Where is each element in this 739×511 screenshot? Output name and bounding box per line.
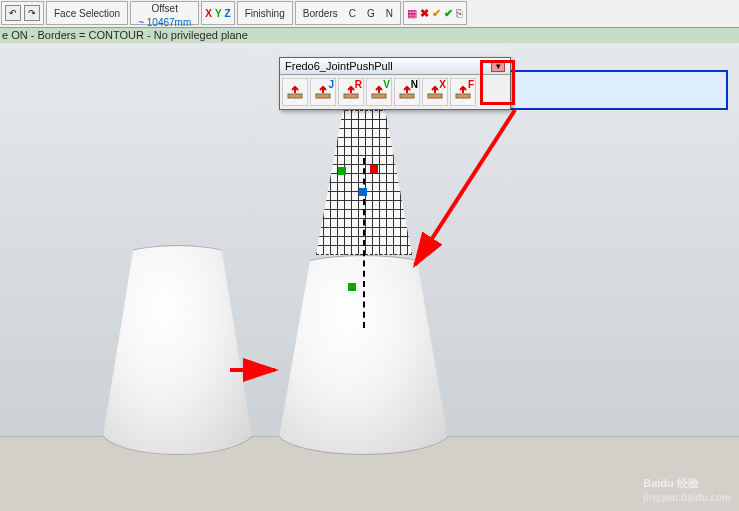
axis-guide-dashed xyxy=(363,158,365,328)
svg-line-8 xyxy=(415,110,515,265)
svg-rect-6 xyxy=(456,94,470,98)
tool-round[interactable]: R xyxy=(338,78,364,106)
exit-icon[interactable]: ⎘ xyxy=(456,7,463,19)
border-opt-c[interactable]: C xyxy=(345,8,360,19)
borders-group: Borders C G N xyxy=(295,1,401,25)
cone-object-left[interactable] xyxy=(100,245,255,455)
face-selection-group: Face Selection xyxy=(46,1,128,25)
svg-rect-5 xyxy=(428,94,442,98)
border-opt-g[interactable]: G xyxy=(363,8,379,19)
toolbar-title: Fredo6_JointPushPull xyxy=(285,60,393,72)
tool-letter: X xyxy=(439,79,446,90)
watermark-url: jingyan.baidu.com xyxy=(643,492,731,503)
redo-button[interactable]: ↷ xyxy=(24,5,40,21)
annotation-arrow-diagonal xyxy=(400,100,530,280)
border-opt-n[interactable]: N xyxy=(382,8,397,19)
status-bar: e ON - Borders = CONTOUR - No privileged… xyxy=(0,28,739,43)
axis-y[interactable]: Y xyxy=(215,8,222,19)
delete-icon[interactable]: ✖ xyxy=(420,7,429,20)
tool-letter: V xyxy=(383,79,390,90)
svg-rect-0 xyxy=(288,94,302,98)
check-orange-icon[interactable]: ✔ xyxy=(432,7,441,20)
toolbar-titlebar[interactable]: Fredo6_JointPushPull ▾ xyxy=(280,58,510,75)
handle-blue[interactable] xyxy=(359,188,367,196)
tool-classic[interactable] xyxy=(282,78,308,106)
tool-vector[interactable]: V xyxy=(366,78,392,106)
cube-icon[interactable]: ▦ xyxy=(407,7,417,20)
watermark: Baidu 经验 jingyan.baidu.com xyxy=(643,469,731,503)
face-selection-label: Face Selection xyxy=(50,8,124,19)
undo-button[interactable]: ↶ xyxy=(5,5,21,21)
offset-group: Offset ~ 10467mm xyxy=(130,1,199,25)
tool-letter: R xyxy=(355,79,362,90)
tool-letter: J xyxy=(328,79,334,90)
svg-rect-4 xyxy=(400,94,414,98)
handle-green-lower[interactable] xyxy=(348,283,356,291)
borders-label: Borders xyxy=(299,8,342,19)
offset-label: Offset xyxy=(147,3,182,14)
tool-joint[interactable]: J xyxy=(310,78,336,106)
tool-letter: N xyxy=(411,79,418,90)
handle-red[interactable] xyxy=(370,165,378,173)
svg-rect-2 xyxy=(344,94,358,98)
history-group: ↶ ↷ xyxy=(1,1,44,25)
tool-letter: F xyxy=(468,79,474,90)
axis-z[interactable]: Z xyxy=(225,8,231,19)
axes-group: X Y Z xyxy=(201,1,234,25)
annotation-arrow-right xyxy=(225,355,285,385)
svg-rect-3 xyxy=(372,94,386,98)
check-green-icon[interactable]: ✔ xyxy=(444,7,453,20)
finishing-group: Finishing xyxy=(237,1,293,25)
viewport-3d[interactable] xyxy=(0,43,739,511)
handle-green[interactable] xyxy=(338,167,346,175)
annotation-highlight-box xyxy=(480,60,515,105)
axis-x[interactable]: X xyxy=(205,8,212,19)
misc-group: ▦ ✖ ✔ ✔ ⎘ xyxy=(403,1,467,25)
watermark-brand: Baidu 经验 xyxy=(643,477,699,489)
finishing-label: Finishing xyxy=(241,8,289,19)
main-toolbar: ↶ ↷ Face Selection Offset ~ 10467mm X Y … xyxy=(0,0,739,28)
svg-rect-1 xyxy=(316,94,330,98)
offset-value: ~ 10467mm xyxy=(134,17,195,28)
